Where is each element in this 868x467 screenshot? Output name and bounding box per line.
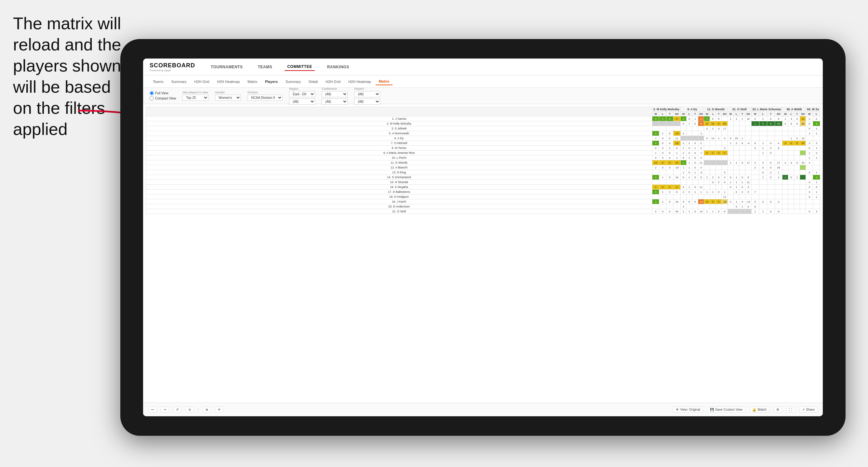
region-label: Region bbox=[289, 87, 315, 90]
cell: 1 bbox=[782, 175, 788, 180]
wlt-w2: W bbox=[680, 112, 686, 117]
cell bbox=[813, 199, 820, 204]
players-select[interactable]: (All) bbox=[354, 91, 380, 97]
cell: 1 bbox=[692, 170, 698, 175]
cell bbox=[710, 160, 716, 165]
refresh-button[interactable]: ↺ bbox=[173, 406, 182, 413]
cell: 1 bbox=[722, 190, 728, 194]
nav-committee[interactable]: COMMITTEE bbox=[285, 63, 315, 71]
division-select[interactable]: NCAA Division II bbox=[247, 95, 283, 101]
cell: 1 bbox=[759, 141, 767, 146]
cell: 2 bbox=[751, 165, 759, 170]
nav-rankings[interactable]: RANKINGS bbox=[324, 63, 352, 70]
cell: -15 bbox=[673, 131, 680, 136]
view-original-button[interactable]: 👁 View: Original bbox=[673, 406, 704, 413]
nav-tournaments[interactable]: TOURNAMENTS bbox=[208, 63, 246, 70]
cell: 0 bbox=[666, 160, 674, 165]
cell bbox=[734, 126, 740, 131]
cell: 0 bbox=[692, 175, 698, 180]
save-custom-button[interactable]: 💾 Save Custom View bbox=[707, 406, 745, 413]
wlt-l7: L bbox=[813, 112, 820, 117]
cell: 0 bbox=[740, 185, 745, 190]
tab-matrix[interactable]: Matrix bbox=[244, 79, 260, 85]
zoom-out-button[interactable]: ⊖ bbox=[185, 406, 194, 413]
cell bbox=[728, 126, 734, 131]
cell: -16 bbox=[673, 165, 680, 170]
cell: 1 bbox=[686, 160, 692, 165]
table-row: 11. G Woods 10 0 0 14 1 1 0 11 1 bbox=[146, 160, 820, 165]
tab-players[interactable]: Players bbox=[262, 79, 281, 85]
cell: 0 bbox=[704, 136, 710, 141]
reset-button[interactable]: ⟳ bbox=[215, 406, 223, 413]
players-select2[interactable]: (All) bbox=[354, 98, 380, 105]
cell bbox=[652, 204, 659, 209]
region-select[interactable]: East - DII bbox=[289, 91, 315, 97]
cell bbox=[788, 185, 794, 190]
cell: 4 bbox=[759, 121, 767, 126]
cell: 3 bbox=[652, 131, 659, 136]
undo-button[interactable]: ↩ bbox=[148, 406, 157, 413]
cell bbox=[782, 185, 788, 190]
cell bbox=[800, 146, 806, 151]
cell bbox=[722, 185, 728, 190]
cell bbox=[759, 185, 767, 190]
max-players-select[interactable]: Top 25 bbox=[182, 95, 209, 101]
cell bbox=[794, 170, 800, 175]
cell bbox=[722, 117, 728, 121]
player-name: 20. E Andersson bbox=[146, 204, 652, 209]
redo-button[interactable]: ↪ bbox=[161, 406, 169, 413]
cell: 17 bbox=[775, 160, 782, 165]
tab-h2h-heatmap2[interactable]: H2H Heatmap bbox=[345, 79, 374, 85]
conference-select[interactable]: (All) bbox=[322, 91, 348, 97]
tab-matrix2[interactable]: Matrix bbox=[376, 78, 393, 85]
matrix-area[interactable]: 2. M Kelly Mulcahy 6. A Dy 11. G Woods 2… bbox=[143, 104, 823, 403]
player-name: 7. O Mitchell bbox=[146, 141, 652, 146]
region-select2[interactable]: (All) bbox=[289, 98, 315, 105]
tab-summary[interactable]: Summary bbox=[168, 79, 190, 85]
compact-view-label: Compact View bbox=[155, 97, 176, 100]
tab-h2h-grid[interactable]: H2H Grid bbox=[191, 79, 212, 85]
wlt-d4: Dif bbox=[745, 112, 751, 117]
compact-view-option[interactable]: Compact View bbox=[150, 96, 176, 100]
tab-detail[interactable]: Detail bbox=[305, 79, 321, 85]
cell bbox=[800, 190, 806, 194]
conference-select2[interactable]: (All) bbox=[322, 98, 348, 105]
cell: 1 bbox=[813, 155, 820, 160]
tab-h2h-heatmap[interactable]: H2H Heatmap bbox=[214, 79, 243, 85]
cell bbox=[806, 165, 813, 170]
full-view-radio[interactable] bbox=[150, 91, 154, 95]
cell: 0 bbox=[806, 170, 813, 175]
compact-view-radio[interactable] bbox=[150, 96, 154, 100]
cell bbox=[794, 131, 800, 136]
cell bbox=[775, 190, 782, 194]
cell: 0 bbox=[659, 209, 666, 214]
cell bbox=[788, 170, 794, 175]
share-button[interactable]: ↗ Share bbox=[799, 406, 817, 413]
cell bbox=[745, 126, 751, 131]
tablet-frame: SCOREBOARD Powered by clippd TOURNAMENTS… bbox=[120, 39, 845, 436]
col-header-7: 60. W Za bbox=[806, 107, 820, 112]
zoom-in-button[interactable]: ⊕ bbox=[203, 406, 211, 413]
cell: 0 bbox=[767, 141, 775, 146]
cell bbox=[767, 136, 775, 141]
cell bbox=[782, 126, 788, 131]
fullscreen-button[interactable]: ⛶ bbox=[786, 406, 795, 413]
cell bbox=[686, 131, 692, 136]
cell bbox=[704, 131, 710, 136]
watch-button[interactable]: 🔔 Watch bbox=[749, 406, 770, 413]
cell bbox=[710, 185, 716, 190]
tab-teams[interactable]: Teams bbox=[150, 79, 166, 85]
full-view-option[interactable]: Full View bbox=[150, 91, 176, 95]
cell: 0 bbox=[692, 155, 698, 160]
settings-button[interactable]: ⚙ bbox=[773, 406, 782, 413]
cell bbox=[692, 204, 698, 209]
cell: 18 bbox=[673, 141, 680, 146]
tab-h2h-grid2[interactable]: H2H Grid bbox=[322, 79, 344, 85]
gender-select[interactable]: Women's bbox=[215, 95, 241, 101]
tab-summary2[interactable]: Summary bbox=[282, 79, 304, 85]
cell: 0 bbox=[692, 160, 698, 165]
nav-teams[interactable]: TEAMS bbox=[255, 63, 275, 70]
cell bbox=[673, 194, 680, 199]
cell bbox=[800, 204, 806, 209]
max-players-label: Max players in view bbox=[182, 91, 209, 94]
